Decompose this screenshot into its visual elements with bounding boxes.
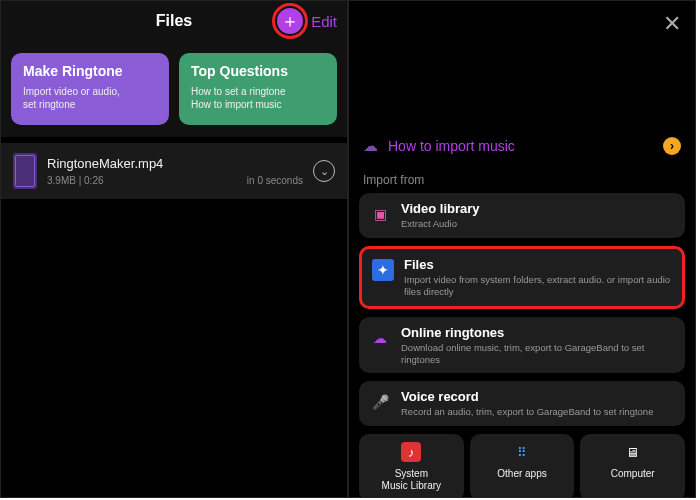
file-meta: 3.9MB | 0:26 bbox=[47, 175, 104, 186]
top-bar: Files ＋ Edit bbox=[1, 1, 347, 41]
system-music-library[interactable]: ♪ System Music Library bbox=[359, 434, 464, 498]
card-title: Make Ringtone bbox=[23, 63, 157, 79]
file-item[interactable]: RingtoneMaker.mp4 3.9MB | 0:26 in 0 seco… bbox=[1, 143, 347, 199]
bottom-options: ♪ System Music Library ⠿ Other apps 🖥 Co… bbox=[349, 426, 695, 498]
make-ringtone-card[interactable]: Make Ringtone Import video or audio, set… bbox=[11, 53, 169, 125]
arrow-right-icon: › bbox=[663, 137, 681, 155]
btm-label: System Music Library bbox=[382, 468, 441, 491]
music-icon: ♪ bbox=[401, 442, 421, 462]
import-screen: ✕ ☁ How to import music › Import from ▣ … bbox=[348, 0, 696, 498]
how-to-import-link[interactable]: ☁ How to import music › bbox=[349, 131, 695, 161]
close-icon[interactable]: ✕ bbox=[663, 11, 681, 37]
import-online-ringtones[interactable]: ☁ Online ringtones Download online music… bbox=[359, 317, 685, 374]
other-apps[interactable]: ⠿ Other apps bbox=[470, 434, 575, 498]
files-screen: Files ＋ Edit Make Ringtone Import video … bbox=[0, 0, 348, 498]
action-cards: Make Ringtone Import video or audio, set… bbox=[1, 41, 347, 137]
cloud-download-icon: ☁ bbox=[363, 137, 378, 155]
top-questions-card[interactable]: Top Questions How to set a ringtone How … bbox=[179, 53, 337, 125]
computer[interactable]: 🖥 Computer bbox=[580, 434, 685, 498]
btm-label: Computer bbox=[611, 468, 655, 480]
opt-title: Files bbox=[404, 257, 672, 272]
edit-button[interactable]: Edit bbox=[311, 13, 337, 30]
plus-icon: ＋ bbox=[281, 12, 299, 30]
opt-title: Video library bbox=[401, 201, 675, 216]
mic-icon: 🎤 bbox=[369, 391, 391, 413]
import-files[interactable]: ✦ Files Import video from system folders… bbox=[359, 246, 685, 309]
section-label: Import from bbox=[349, 161, 695, 193]
cloud-icon: ☁ bbox=[369, 327, 391, 349]
apps-icon: ⠿ bbox=[512, 442, 532, 462]
file-name: RingtoneMaker.mp4 bbox=[47, 156, 303, 171]
video-icon: ▣ bbox=[369, 203, 391, 225]
chevron-down-icon[interactable]: ⌄ bbox=[313, 160, 335, 182]
howto-label: How to import music bbox=[388, 138, 515, 154]
file-age: in 0 seconds bbox=[247, 175, 303, 186]
card-subtitle: Import video or audio, set ringtone bbox=[23, 85, 157, 111]
opt-sub: Download online music, trim, export to G… bbox=[401, 342, 675, 366]
card-subtitle: How to set a ringtone How to import musi… bbox=[191, 85, 325, 111]
opt-title: Online ringtones bbox=[401, 325, 675, 340]
opt-title: Voice record bbox=[401, 389, 675, 404]
import-video-library[interactable]: ▣ Video library Extract Audio bbox=[359, 193, 685, 238]
file-thumbnail bbox=[13, 153, 37, 189]
add-button[interactable]: ＋ bbox=[277, 8, 303, 34]
computer-icon: 🖥 bbox=[623, 442, 643, 462]
import-voice-record[interactable]: 🎤 Voice record Record an audio, trim, ex… bbox=[359, 381, 685, 426]
opt-sub: Import video from system folders, extrac… bbox=[404, 274, 672, 298]
opt-sub: Record an audio, trim, export to GarageB… bbox=[401, 406, 675, 418]
files-icon: ✦ bbox=[372, 259, 394, 281]
card-title: Top Questions bbox=[191, 63, 325, 79]
btm-label: Other apps bbox=[497, 468, 546, 480]
opt-sub: Extract Audio bbox=[401, 218, 675, 230]
